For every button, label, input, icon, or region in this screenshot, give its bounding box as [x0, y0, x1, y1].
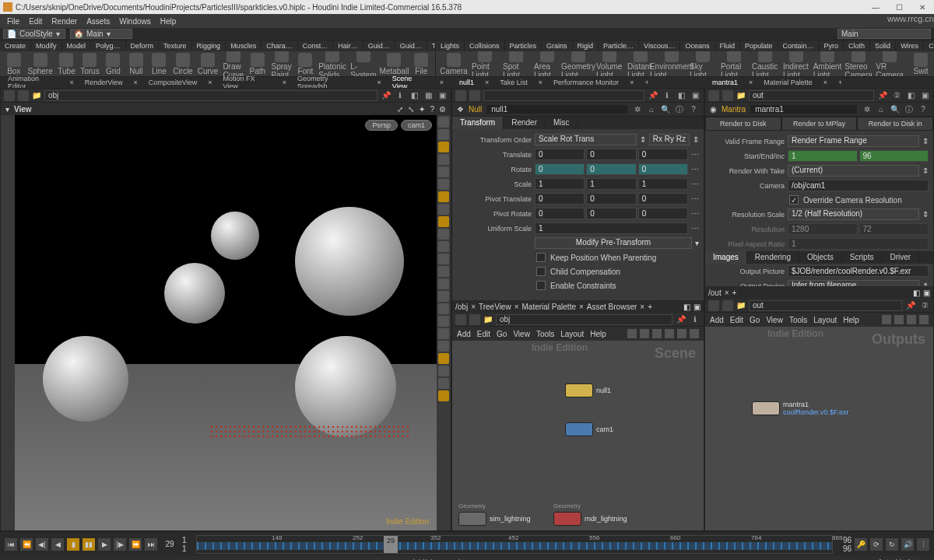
shelf-tool[interactable]: Font	[297, 53, 314, 75]
fit-icon[interactable]: ⌂	[876, 104, 887, 115]
shelf-tab[interactable]: Create	[0, 40, 31, 51]
last-frame-button[interactable]: ⏭	[145, 538, 157, 551]
view-mode-icon[interactable]: ▾	[5, 105, 9, 114]
parmtab-misc[interactable]: Misc	[546, 117, 578, 129]
network-node[interactable]: null1	[565, 383, 611, 397]
close-button[interactable]: ✕	[911, 0, 934, 14]
network-view-scene[interactable]: Indie Edition Scene null1cam1Geometrysim…	[452, 341, 704, 530]
render-to-mplay-button[interactable]: Render to MPlay	[781, 117, 858, 131]
shelf-tab[interactable]: Muscles	[226, 40, 262, 51]
render-to-disk-button[interactable]: Render to Disk	[705, 117, 781, 131]
shelf-tool[interactable]: Point Light	[472, 51, 498, 76]
shelf-tool[interactable]: Geometry Light	[565, 51, 592, 76]
shelf-tab[interactable]: Grains	[542, 40, 573, 51]
parm-input[interactable]	[535, 208, 585, 219]
nav-back-icon[interactable]	[4, 90, 15, 101]
shelf-tool[interactable]: Null	[127, 53, 145, 75]
shelf-tab[interactable]: Hair…	[333, 40, 363, 51]
shelf-tool[interactable]: Platonic Solids	[319, 51, 346, 76]
transform-order-select[interactable]: Scale Rot Trans	[535, 134, 637, 145]
nav-fwd-icon[interactable]	[469, 90, 480, 101]
shelf-tool[interactable]: Circle	[173, 53, 193, 75]
shelf-tab[interactable]: Fluid C…	[715, 40, 741, 51]
render-bg-button[interactable]: Render to Disk in Backgroun	[857, 117, 933, 131]
modify-pretransform-select[interactable]: Modify Pre-Transform	[535, 237, 692, 249]
net-tab[interactable]: TreeView	[479, 303, 511, 311]
parm-input[interactable]	[586, 163, 636, 175]
parm-input[interactable]	[535, 222, 688, 234]
shelf-tool[interactable]: VR Camera	[876, 51, 903, 76]
pause-button[interactable]: ▮▮	[83, 538, 95, 551]
shelf-tab[interactable]: Modify	[31, 40, 62, 51]
prev-key-button[interactable]: ⏪	[20, 538, 33, 551]
fit-icon[interactable]: ⌂	[646, 104, 657, 115]
shelf-tool[interactable]: Path	[248, 53, 266, 75]
checkbox-row[interactable]: Keep Position When Parenting	[452, 250, 704, 264]
key-icon[interactable]: 🔑	[855, 538, 867, 551]
help-icon[interactable]: ?	[918, 104, 929, 115]
shelf-tab[interactable]: Particles	[505, 40, 542, 51]
panetab-active[interactable]: null1	[455, 79, 479, 86]
shelf-tab[interactable]: Contain…	[778, 40, 820, 51]
shelf-tab[interactable]: Ter…	[427, 40, 435, 51]
subtab-images[interactable]: Images	[705, 251, 747, 264]
shelf-tool[interactable]: Spray Paint	[272, 51, 292, 76]
shelf-tool[interactable]: Sphere	[27, 53, 52, 75]
shelf-tool[interactable]: Portal Light	[721, 51, 747, 76]
gear-icon[interactable]: ℹ	[395, 90, 406, 101]
panetab[interactable]: CompositeView	[144, 79, 202, 86]
current-frame[interactable]: 29	[160, 540, 179, 548]
shelf-tool[interactable]: Volume Light	[596, 51, 623, 76]
time-cursor[interactable]: 29	[384, 536, 398, 553]
frame-range-select[interactable]: Render Frame Range	[788, 135, 919, 147]
shelf-tab[interactable]: Texture	[159, 40, 192, 51]
split-icon[interactable]: ◧	[409, 90, 420, 101]
shelf-tab[interactable]: Rigging	[192, 40, 226, 51]
stop-button[interactable]: ▮	[67, 538, 79, 551]
parm-input[interactable]	[638, 163, 688, 175]
parm-input[interactable]	[586, 178, 636, 190]
parm-input[interactable]	[535, 149, 585, 160]
snap-icon[interactable]: ⤡	[408, 105, 414, 114]
minimize-button[interactable]: —	[864, 0, 887, 14]
output-picture-input[interactable]	[788, 265, 929, 277]
parmtab-render[interactable]: Render	[504, 117, 546, 129]
parm-input[interactable]	[638, 178, 688, 190]
net-tab[interactable]: Asset Browser	[587, 303, 637, 311]
gear-icon[interactable]: ✲	[632, 104, 643, 115]
menu-help[interactable]: Help	[156, 17, 181, 26]
shelf-tab[interactable]: Rigid B…	[573, 40, 599, 51]
time-ruler[interactable]: 29 148 252 352 452 556 660 764 868	[196, 535, 833, 554]
add-tab-icon[interactable]: +	[640, 79, 653, 86]
shelf-tool[interactable]: Sky Light	[690, 51, 716, 76]
shelf-tab[interactable]: Populate	[740, 40, 778, 51]
shelf-tool[interactable]: Torus	[80, 53, 99, 75]
shelf-tab[interactable]: Oceans	[680, 40, 715, 51]
shelf-tool[interactable]: Curve	[198, 53, 219, 75]
desktop-selector[interactable]: 📄 CoolStyle ▾	[3, 29, 65, 39]
menu-edit[interactable]: Edit	[25, 17, 46, 26]
network-node[interactable]: cam1	[565, 422, 613, 436]
output-device-select[interactable]: Infer from filename	[788, 280, 919, 286]
shelf-tab[interactable]: Collisions	[465, 40, 505, 51]
take-select[interactable]: (Current)	[788, 165, 919, 177]
subtab-objects[interactable]: Objects	[799, 251, 842, 264]
net-path-out[interactable]: out	[749, 300, 902, 311]
main-menu-right[interactable]: Main	[837, 29, 931, 39]
shelf-tool[interactable]: Caustic Light	[752, 51, 778, 76]
checkbox-row[interactable]: Child Compensation	[452, 264, 704, 278]
shelf-tab[interactable]: Const…	[298, 40, 334, 51]
search-icon[interactable]: 🔍	[660, 104, 671, 115]
split-icon[interactable]: ▦	[423, 90, 434, 101]
nav-fwd-icon[interactable]	[18, 90, 29, 101]
subtab-scripts[interactable]: Scripts	[842, 251, 883, 264]
maximize-button[interactable]: ☐	[887, 0, 911, 14]
parmtab-transform[interactable]: Transform	[452, 117, 504, 129]
help-icon[interactable]: ?	[688, 104, 699, 115]
info-icon[interactable]: ⓘ	[904, 104, 915, 115]
shelf-tool[interactable]: Indirect Light	[783, 51, 809, 76]
gear-icon[interactable]: ✲	[862, 104, 873, 115]
add-tab-icon[interactable]: +	[648, 303, 652, 311]
nav-back-icon[interactable]	[455, 90, 466, 101]
step-fwd-button[interactable]: |▶	[114, 538, 126, 551]
